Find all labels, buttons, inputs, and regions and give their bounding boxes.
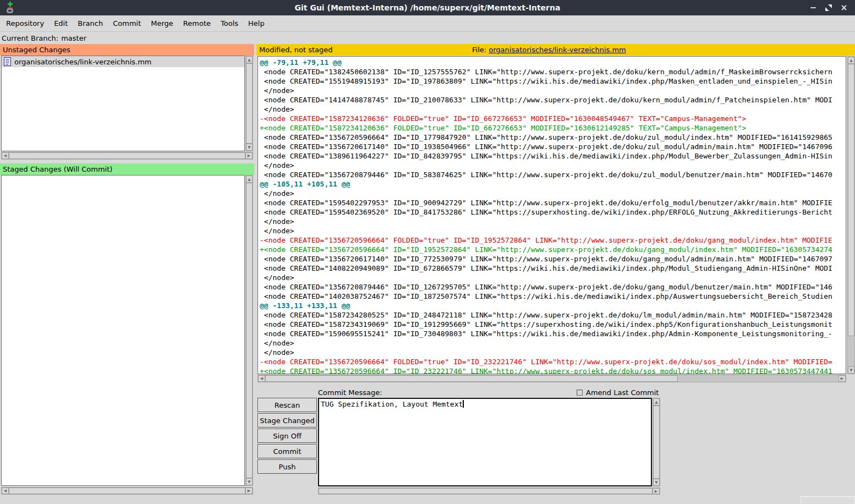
text-cursor bbox=[463, 400, 464, 408]
scrollbar-thumb[interactable] bbox=[265, 375, 678, 382]
unstaged-horizontal-scrollbar[interactable]: ◀ ▶ bbox=[1, 152, 253, 160]
scroll-right-icon[interactable]: ▶ bbox=[838, 375, 846, 382]
scroll-down-icon[interactable]: ▼ bbox=[246, 478, 253, 485]
diff-line: <node CREATED="1590695515241" ID="ID_730… bbox=[260, 329, 846, 338]
staged-file-list[interactable] bbox=[1, 175, 245, 486]
diff-line: +<node CREATED="1356720596664" ID="ID_19… bbox=[260, 245, 846, 254]
menu-branch[interactable]: Branch bbox=[73, 15, 108, 31]
menu-tools[interactable]: Tools bbox=[216, 15, 243, 31]
commit-horizontal-scrollbar[interactable]: ▶ bbox=[318, 487, 660, 495]
diff-line: <node CREATED="1595402297953" ID="ID_900… bbox=[260, 198, 846, 207]
menu-remote[interactable]: Remote bbox=[178, 15, 216, 31]
unstaged-file-list[interactable]: organisatorisches/link-verzeichnis.mm bbox=[1, 56, 245, 151]
scroll-down-icon[interactable]: ▼ bbox=[848, 366, 854, 374]
scrollbar-thumb[interactable] bbox=[246, 183, 253, 478]
current-branch-name: master bbox=[61, 34, 86, 42]
diff-horizontal-scrollbar[interactable]: ◀ ▶ bbox=[257, 375, 846, 382]
unstaged-vertical-scrollbar[interactable]: ▲ ▼ bbox=[245, 56, 253, 151]
diff-line: @@ -79,11 +79,11 @@ bbox=[260, 58, 846, 67]
commit-message-text: TUG Spezifikation, Layout Memtext bbox=[321, 400, 463, 408]
scrollbar-thumb[interactable] bbox=[246, 63, 253, 144]
diff-line: <node CREATED="1382450602138" ID="ID_125… bbox=[260, 67, 846, 76]
diff-file: File: organisatorisches/link-verzeichnis… bbox=[472, 46, 626, 54]
titlebar: Git Gui (Memtext-Interna) /home/superx/g… bbox=[0, 0, 855, 15]
menu-merge[interactable]: Merge bbox=[146, 15, 178, 31]
diff-file-link[interactable]: organisatorisches/link-verzeichnis.mm bbox=[489, 46, 626, 54]
diff-line: +<node CREATED="1587234120636" FOLDED="t… bbox=[260, 123, 846, 133]
unstaged-file-name: organisatorisches/link-verzeichnis.mm bbox=[14, 58, 151, 66]
window-controls: − × bbox=[809, 0, 848, 15]
commit-message-input[interactable]: TUG Spezifikation, Layout Memtext bbox=[318, 398, 652, 486]
diff-line: <node CREATED="1356720879446" ID="ID_126… bbox=[260, 282, 846, 292]
scroll-up-icon[interactable]: ▲ bbox=[246, 56, 253, 63]
diff-status: Modified, not staged bbox=[259, 46, 333, 54]
progress-bar bbox=[801, 496, 855, 504]
diff-line: <node CREATED="1587234280525" ID="ID_248… bbox=[260, 310, 846, 320]
diff-line: <node CREATED="1356720617140" ID="ID_193… bbox=[260, 142, 846, 151]
diff-line: <node CREATED="1356720596664" ID="ID_177… bbox=[260, 133, 846, 142]
diff-header: Modified, not staged File: organisatoris… bbox=[256, 44, 855, 56]
scroll-down-icon[interactable]: ▼ bbox=[246, 144, 253, 151]
scrollbar-thumb[interactable] bbox=[319, 488, 653, 494]
branch-bar: Current Branch: master bbox=[0, 32, 855, 44]
diff-vertical-scrollbar[interactable]: ▲ ▼ bbox=[847, 56, 855, 374]
amend-checkbox[interactable] bbox=[577, 390, 583, 396]
diff-line: <node CREATED="1595402369520" ID="ID_841… bbox=[260, 207, 846, 217]
diff-line: -<node CREATED="1356720596664" FOLDED="t… bbox=[260, 357, 846, 366]
diff-line: @@ -133,11 +133,11 @@ bbox=[260, 301, 846, 310]
diff-line: <node CREATED="1356720617140" ID="ID_772… bbox=[260, 254, 846, 264]
diff-line: <node CREATED="1389611964227" ID="ID_842… bbox=[260, 151, 846, 161]
commit-vertical-scrollbar[interactable]: ▲ ▼ bbox=[653, 398, 660, 486]
diff-line: </node> bbox=[260, 348, 846, 357]
diff-text[interactable]: @@ -79,11 +79,11 @@ <node CREATED="13824… bbox=[257, 56, 846, 374]
scrollbar-thumb[interactable] bbox=[9, 487, 245, 494]
diff-line: <node CREATED="1551948915193" ID="ID_197… bbox=[260, 76, 846, 86]
staged-changes-header: Staged Changes (Will Commit) bbox=[0, 163, 254, 175]
menu-repository[interactable]: Repository bbox=[1, 15, 49, 31]
diff-line: <node CREATED="1408220949089" ID="ID_672… bbox=[260, 264, 846, 273]
diff-line: -<node CREATED="1587234120636" FOLDED="t… bbox=[260, 114, 846, 123]
diff-line: @@ -105,11 +105,11 @@ bbox=[260, 179, 846, 189]
maximize-icon[interactable] bbox=[824, 3, 833, 12]
stage-changed-button[interactable]: Stage Changed bbox=[257, 413, 317, 428]
menu-commit[interactable]: Commit bbox=[108, 15, 146, 31]
scroll-up-icon[interactable]: ▲ bbox=[246, 176, 253, 183]
diff-line: </node> bbox=[260, 217, 846, 226]
scroll-down-icon[interactable]: ▼ bbox=[653, 479, 660, 486]
scroll-right-icon[interactable]: ▶ bbox=[245, 152, 253, 159]
scroll-up-icon[interactable]: ▲ bbox=[848, 57, 854, 64]
scroll-right-icon[interactable]: ▶ bbox=[245, 487, 253, 494]
diff-line: -<node CREATED="1356720596664" FOLDED="t… bbox=[260, 235, 846, 245]
rescan-button[interactable]: Rescan bbox=[257, 398, 317, 412]
diff-line: </node> bbox=[260, 273, 846, 282]
scroll-left-icon[interactable]: ◀ bbox=[2, 152, 9, 159]
scrollbar-thumb[interactable] bbox=[653, 406, 660, 479]
menu-bar: RepositoryEditBranchCommitMergeRemoteToo… bbox=[0, 15, 855, 32]
commit-button[interactable]: Commit bbox=[257, 444, 317, 458]
git-gui-window: Git Gui (Memtext-Interna) /home/superx/g… bbox=[0, 0, 855, 504]
staged-horizontal-scrollbar[interactable]: ◀ ▶ bbox=[1, 487, 253, 495]
unstaged-changes-header: Unstaged Changes bbox=[0, 44, 254, 56]
minimize-icon[interactable]: − bbox=[809, 3, 818, 12]
scroll-left-icon[interactable]: ◀ bbox=[258, 375, 265, 382]
sign-off-button[interactable]: Sign Off bbox=[257, 429, 317, 443]
scroll-right-icon[interactable]: ▶ bbox=[653, 488, 660, 494]
scroll-left-icon[interactable]: ◀ bbox=[2, 487, 9, 494]
push-button[interactable]: Push bbox=[257, 459, 317, 474]
diff-line: <node CREATED="1587234319069" ID="ID_191… bbox=[260, 320, 846, 329]
scroll-up-icon[interactable]: ▲ bbox=[653, 398, 660, 406]
scrollbar-thumb[interactable] bbox=[848, 64, 854, 336]
diff-line: </node> bbox=[260, 86, 846, 95]
staged-vertical-scrollbar[interactable]: ▲ ▼ bbox=[245, 175, 253, 486]
close-icon[interactable]: × bbox=[840, 3, 848, 12]
diff-line: <node CREATED="1402038752467" ID="ID_187… bbox=[260, 292, 846, 301]
unstaged-file-row[interactable]: organisatorisches/link-verzeichnis.mm bbox=[2, 56, 244, 67]
diff-line: <node CREATED="1414748878745" ID="ID_210… bbox=[260, 95, 846, 105]
amend-last-commit: Amend Last Commit bbox=[577, 388, 659, 397]
scrollbar-thumb[interactable] bbox=[9, 152, 245, 159]
menu-help[interactable]: Help bbox=[243, 15, 270, 31]
menu-edit[interactable]: Edit bbox=[49, 15, 73, 31]
diff-line: <node CREATED="1356720879446" ID="ID_583… bbox=[260, 170, 846, 179]
diff-line: </node> bbox=[260, 105, 846, 114]
window-title: Git Gui (Memtext-Interna) /home/superx/g… bbox=[0, 0, 855, 15]
